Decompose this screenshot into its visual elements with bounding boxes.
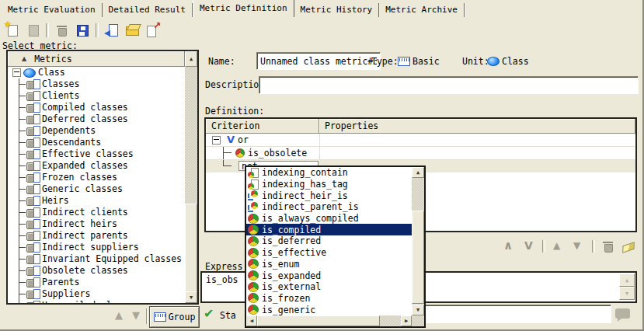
toolbar-separator[interactable] <box>96 23 99 37</box>
criterion-option[interactable]: is_generic <box>246 304 412 315</box>
import-metrics-button[interactable] <box>103 22 121 39</box>
dropdown-scrollbar-up-button[interactable]: ▲ <box>412 167 424 178</box>
tree-item[interactable]: Deferred classes <box>8 113 185 125</box>
collapse-expander-icon[interactable] <box>212 136 221 145</box>
criterion-option[interactable]: is_effective <box>246 247 412 259</box>
criterion-option[interactable]: is_frozen <box>246 293 412 305</box>
criterion-row-is-obsolete[interactable]: is_obsolete <box>206 147 635 160</box>
tree-item-label: Indirect clients <box>42 207 128 218</box>
tree-item[interactable]: Obsolete classes <box>8 265 185 277</box>
erase-definition-button[interactable] <box>620 238 637 255</box>
class-unit-icon <box>23 68 36 78</box>
properties-column-header[interactable]: Properties <box>319 119 635 134</box>
criterion-option[interactable]: indirect_parent_is <box>246 201 412 213</box>
metric-icon <box>26 219 40 229</box>
dropdown-scrollbar-right-button[interactable]: ▶ <box>401 315 412 326</box>
tab-metric-evaluation[interactable]: Metric Evaluation <box>2 3 103 17</box>
criterion-option-label: is_expanded <box>262 270 321 281</box>
criterion-option-list: indexing_contain indexing_has_tag indire… <box>246 167 412 315</box>
status-input[interactable] <box>404 305 611 323</box>
scroll-up-button[interactable]: ▲ <box>619 274 635 287</box>
dropdown-scrollbar-left-button[interactable]: ◀ <box>246 315 257 326</box>
tree-branch-line <box>14 148 26 160</box>
open-metrics-file-button[interactable] <box>123 22 141 39</box>
tab-metric-archive[interactable]: Metric Archive <box>379 3 465 17</box>
dropdown-scrollbar-down-button[interactable]: ▼ <box>412 305 424 315</box>
tree-item[interactable]: Indirect suppliers <box>8 242 185 253</box>
tree-item[interactable]: Dependents <box>8 125 185 137</box>
delete-metric-button[interactable] <box>53 22 71 39</box>
tree-vertical-scrollbar[interactable]: ▼ <box>185 67 197 303</box>
tree-item[interactable]: Generic classes <box>8 183 185 195</box>
tree-item[interactable]: Classes <box>8 78 185 90</box>
dropdown-vertical-scrollbar[interactable]: ▲ ▼ <box>412 167 424 315</box>
toolbar-icon <box>125 23 139 37</box>
tree-item[interactable]: Effective classes <box>8 148 185 160</box>
tree-item-class[interactable]: Class <box>8 67 185 78</box>
save-metric-button[interactable] <box>73 22 92 39</box>
dropdown-scrollbar-thumb[interactable] <box>412 211 424 304</box>
tree-item[interactable]: Descendants <box>8 137 185 148</box>
tree-item[interactable]: Heirs <box>8 195 185 207</box>
criterion-option[interactable]: indexing_has_tag <box>246 179 412 190</box>
move-criterion-up-button[interactable] <box>550 238 567 255</box>
collapse-expander-icon[interactable] <box>12 68 21 77</box>
tree-scrollbar-thumb[interactable] <box>185 204 197 292</box>
criterion-icon <box>248 179 259 190</box>
tree-item[interactable]: Frozen classes <box>8 172 185 183</box>
delete-criterion-button[interactable] <box>600 238 617 255</box>
edit-toolbar-separator[interactable] <box>542 240 545 253</box>
dropdown-hscrollbar-thumb[interactable] <box>257 315 380 326</box>
criterion-icon <box>248 168 259 178</box>
criterion-option[interactable]: indexing_contain <box>246 167 412 179</box>
dropdown-horizontal-scrollbar[interactable]: ◀ ▶ <box>246 315 412 326</box>
group-button[interactable]: Group <box>150 307 199 327</box>
metric-icon <box>26 301 40 303</box>
scroll-down-button[interactable]: ▼ <box>619 287 635 300</box>
or-criterion-button[interactable] <box>520 238 538 255</box>
export-metrics-button[interactable] <box>143 22 162 39</box>
move-metric-up-button[interactable]: ▲ <box>113 309 125 321</box>
tree-item-label: Heirs <box>42 195 69 207</box>
criterion-option[interactable]: is_enum <box>246 259 412 270</box>
tree-scrollbar-up-button[interactable]: ▲ <box>185 51 197 67</box>
tree-item[interactable]: Indirect heirs <box>8 218 185 230</box>
tree-item[interactable]: Indirect clients <box>8 207 185 218</box>
criterion-icon <box>248 248 259 258</box>
metric-icon <box>26 149 40 159</box>
tab-metric-history[interactable]: Metric History <box>294 3 380 17</box>
tab-detailed-result[interactable]: Detailed Result <box>103 3 193 17</box>
expression-scroll-buttons: ▲ ▼ <box>619 274 635 300</box>
criterion-option[interactable]: is_external <box>246 281 412 293</box>
tree-item[interactable]: Suppliers <box>8 288 185 300</box>
criterion-row-or[interactable]: V or <box>206 134 635 147</box>
duplicate-metric-button[interactable] <box>23 22 42 39</box>
tree-item[interactable]: Expanded classes <box>8 160 185 172</box>
type-label: Type: <box>371 56 399 67</box>
tree-item[interactable]: Clients <box>8 90 185 102</box>
move-metric-down-button[interactable]: ▼ <box>130 309 142 321</box>
metrics-column-header[interactable]: ▲ Metrics <box>8 51 185 67</box>
criterion-option[interactable]: indirect_heir_is <box>246 190 412 201</box>
tree-item[interactable]: Compiled classes <box>8 102 185 113</box>
tab-metric-definition[interactable]: Metric Definition <box>193 0 294 17</box>
edit-toolbar-separator[interactable] <box>592 240 595 253</box>
and-criterion-button[interactable] <box>500 238 517 255</box>
tree-scrollbar-down-button[interactable]: ▼ <box>185 291 197 303</box>
metric-icon <box>26 172 40 183</box>
criterion-column-header[interactable]: Criterion <box>206 119 319 134</box>
name-input[interactable] <box>256 52 381 70</box>
criterion-option[interactable]: is_deferred <box>246 235 412 247</box>
toolbar-separator[interactable] <box>46 23 49 37</box>
tree-item[interactable]: Parents <box>8 277 185 288</box>
move-criterion-down-button[interactable] <box>570 238 587 255</box>
criterion-option[interactable]: is_always_compiled <box>246 213 412 225</box>
definition-label: Definition: <box>205 106 264 117</box>
description-input[interactable] <box>259 76 639 94</box>
new-metric-button[interactable] <box>3 22 22 39</box>
criterion-option[interactable]: is_expanded <box>246 270 412 281</box>
tree-item[interactable]: Uncompiled classes <box>8 300 185 303</box>
tree-item[interactable]: Indirect parents <box>8 230 185 242</box>
criterion-option[interactable]: is_compiled <box>246 224 412 235</box>
tree-item[interactable]: Invariant Equipped classes <box>8 253 185 265</box>
